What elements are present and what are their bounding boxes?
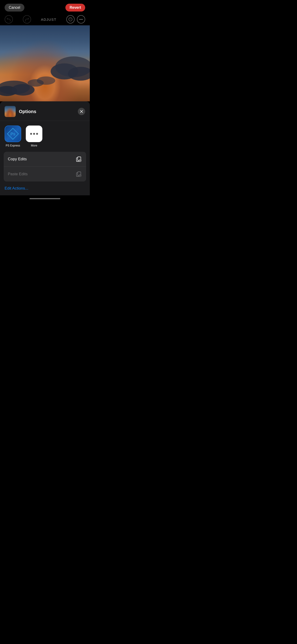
undo-button[interactable] [4,15,13,24]
edit-actions-section: Edit Actions... [0,182,90,195]
dot-3 [36,133,38,135]
edit-actions-link[interactable]: Edit Actions... [4,186,28,190]
toolbar-title: ADJUST [41,18,56,22]
paste-edits-icon [76,171,82,177]
dot-1 [30,133,32,135]
close-sheet-button[interactable] [78,108,85,115]
sheet-thumbnail [4,106,16,117]
apps-section: Ps PS Express More [0,121,90,152]
sheet-header: Options [0,101,90,121]
actions-section: Copy Edits Paste Edits [4,152,86,182]
svg-text:Ps: Ps [10,132,16,136]
home-indicator-area [0,195,90,201]
toolbar-right-icons [66,15,85,24]
ps-express-icon: Ps [4,126,21,142]
sheet-header-left: Options [4,106,36,117]
svg-point-4 [81,19,81,20]
thumbnail-image [4,106,16,117]
revert-button[interactable]: Revert [66,4,85,12]
svg-point-14 [28,79,44,86]
copy-edits-label: Copy Edits [8,157,27,162]
more-label: More [31,144,37,147]
app-item-more[interactable]: More [26,126,42,147]
more-options-button[interactable] [77,15,85,24]
options-sheet: Options Ps PS Express [0,101,90,195]
paste-edits-item[interactable]: Paste Edits [4,167,86,182]
sheet-title: Options [19,109,36,114]
copy-edits-icon [76,156,82,162]
copy-edits-item[interactable]: Copy Edits [4,152,86,167]
paste-edits-label: Paste Edits [8,172,28,176]
more-dots [30,133,38,135]
dot-2 [33,133,35,135]
more-apps-icon [26,126,42,142]
top-bar: Cancel Revert [0,0,90,14]
home-indicator-bar [30,198,60,199]
redo-button[interactable] [23,15,31,24]
ps-express-label: PS Express [6,144,20,147]
photo-area [0,25,90,101]
markup-button[interactable] [66,15,74,24]
svg-point-3 [80,19,80,20]
app-item-ps-express[interactable]: Ps PS Express [4,126,21,147]
svg-point-5 [82,19,82,20]
toolbar: ADJUST [0,14,90,25]
photo-image [0,25,90,101]
cancel-button[interactable]: Cancel [4,4,24,12]
